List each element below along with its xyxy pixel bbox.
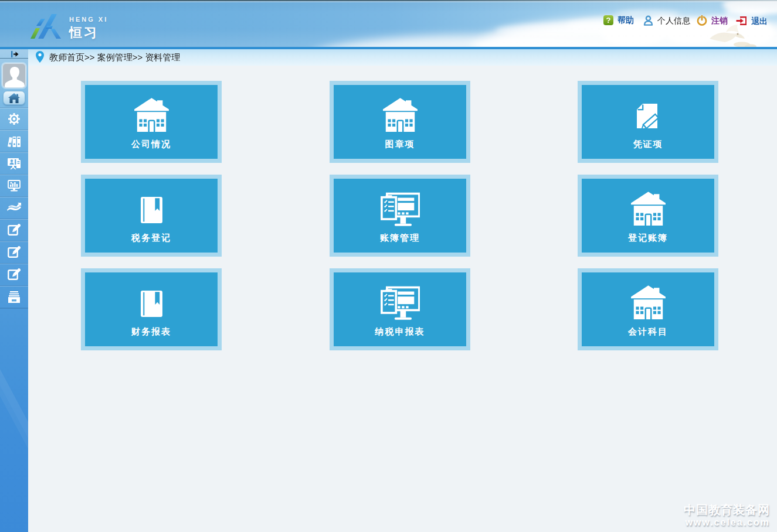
svg-text:?: ? [606, 16, 611, 25]
